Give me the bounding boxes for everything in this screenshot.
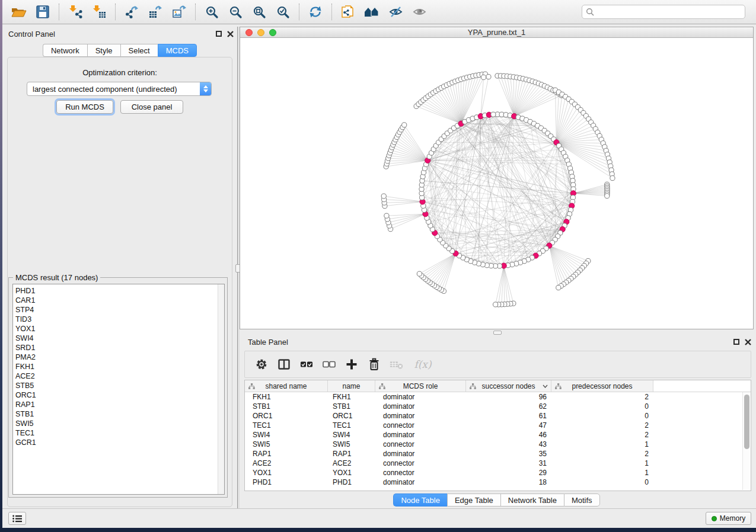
mcds-result-item[interactable]: FKH1 bbox=[13, 362, 224, 371]
mcds-result-item[interactable]: ORC1 bbox=[13, 390, 224, 400]
import-network-button[interactable] bbox=[63, 2, 87, 22]
mcds-result-item[interactable]: PHD1 bbox=[13, 286, 224, 296]
mcds-result-item[interactable]: CAR1 bbox=[13, 296, 224, 305]
tab-network[interactable]: Network bbox=[43, 44, 87, 57]
float-table-panel-icon[interactable] bbox=[733, 339, 739, 345]
table-options-button[interactable] bbox=[254, 357, 269, 371]
mcds-result-item[interactable]: STB5 bbox=[13, 381, 224, 390]
horizontal-splitter-grip[interactable] bbox=[493, 331, 502, 335]
mcds-result-item[interactable]: GCR1 bbox=[13, 438, 224, 447]
minimize-window-icon[interactable] bbox=[257, 29, 264, 36]
mcds-result-item[interactable]: SWI4 bbox=[13, 334, 224, 343]
deselect-all-checkboxes-icon bbox=[322, 357, 336, 371]
zoom-in-button[interactable] bbox=[200, 2, 224, 22]
tab-network-table[interactable]: Network Table bbox=[500, 493, 564, 507]
zoom-selected-icon bbox=[276, 5, 290, 19]
tab-node-table[interactable]: Node Table bbox=[393, 493, 447, 507]
table-row[interactable]: SWI5SWI5connector431 bbox=[245, 440, 751, 449]
trash-icon bbox=[367, 357, 381, 371]
mcds-result-list[interactable]: PHD1CAR1STP4TID3YOX1SWI4SRD1PMA2FKH1ACE2… bbox=[12, 284, 225, 495]
memory-label: Memory bbox=[720, 514, 745, 523]
create-column-button[interactable] bbox=[344, 357, 359, 371]
table-cell: 0 bbox=[551, 478, 653, 486]
table-row[interactable]: PHD1PHD1dominator180 bbox=[245, 477, 751, 487]
tab-style[interactable]: Style bbox=[87, 44, 120, 57]
column-header-name[interactable]: name bbox=[328, 380, 375, 392]
close-window-icon[interactable] bbox=[245, 29, 253, 36]
column-header-mcds-role[interactable]: MCDS role bbox=[375, 380, 466, 392]
export-image-icon bbox=[172, 5, 186, 19]
table-cell: PHD1 bbox=[328, 478, 375, 486]
tab-edge-table[interactable]: Edge Table bbox=[447, 493, 500, 507]
close-table-panel-icon[interactable] bbox=[745, 339, 751, 345]
table-row[interactable]: RAP1RAP1dominator352 bbox=[245, 449, 751, 459]
open-file-button[interactable] bbox=[7, 2, 31, 22]
deselect-all-button[interactable] bbox=[322, 357, 336, 371]
save-session-button[interactable] bbox=[31, 2, 55, 22]
export-network-icon bbox=[125, 5, 139, 19]
zoom-selected-button[interactable] bbox=[271, 2, 295, 22]
show-column-button[interactable] bbox=[277, 357, 291, 371]
hide-selected-button[interactable] bbox=[384, 2, 407, 22]
column-header-shared-name[interactable]: shared name bbox=[245, 380, 328, 392]
table-row[interactable]: FKH1FKH1dominator962 bbox=[245, 392, 751, 402]
zoom-out-button[interactable] bbox=[224, 2, 247, 22]
mcds-result-item[interactable]: PMA2 bbox=[13, 352, 224, 362]
mcds-result-item[interactable]: SRD1 bbox=[13, 343, 224, 352]
hide-eye-slash-icon bbox=[389, 5, 403, 18]
first-neighbors-button[interactable] bbox=[360, 2, 384, 22]
mcds-result-item[interactable]: ACE2 bbox=[13, 371, 224, 381]
import-table-button[interactable] bbox=[87, 2, 111, 22]
run-mcds-button[interactable]: Run MCDS bbox=[56, 100, 113, 114]
mcds-result-item[interactable]: STB1 bbox=[13, 409, 224, 419]
show-all-button[interactable] bbox=[407, 2, 431, 22]
show-log-button[interactable] bbox=[8, 512, 26, 525]
select-all-button[interactable] bbox=[299, 357, 314, 371]
mcds-result-item[interactable]: RAP1 bbox=[13, 400, 224, 409]
mcds-list-scrollbar[interactable] bbox=[218, 284, 224, 494]
criterion-dropdown[interactable]: largest connected component (undirected) bbox=[27, 82, 212, 96]
table-toolbar: f(x) bbox=[244, 351, 751, 378]
export-image-button[interactable] bbox=[167, 2, 191, 22]
delete-column-button[interactable] bbox=[367, 357, 381, 371]
toolbar-separator bbox=[59, 4, 59, 20]
search-box[interactable] bbox=[582, 5, 745, 19]
network-canvas[interactable] bbox=[240, 38, 753, 329]
table-scrollbar-thumb[interactable] bbox=[744, 395, 749, 449]
table-row[interactable]: ACE2ACE2connector311 bbox=[245, 459, 751, 468]
zoom-fit-button[interactable] bbox=[247, 2, 271, 22]
new-network-document-icon bbox=[341, 5, 355, 19]
network-window-titlebar[interactable] bbox=[240, 27, 753, 38]
mcds-result-item[interactable]: TID3 bbox=[13, 315, 224, 324]
table-row[interactable]: YOX1YOX1connector291 bbox=[245, 468, 751, 477]
memory-button[interactable]: Memory bbox=[706, 512, 751, 525]
table-row[interactable]: ORC1ORC1dominator610 bbox=[245, 411, 751, 421]
new-network-from-selection-button[interactable] bbox=[336, 2, 360, 22]
table-row[interactable]: TEC1TEC1connector472 bbox=[245, 421, 751, 430]
table-row[interactable]: STB1STB1dominator620 bbox=[245, 402, 751, 411]
search-input[interactable] bbox=[596, 8, 741, 16]
tab-select[interactable]: Select bbox=[120, 44, 158, 57]
mcds-result-item[interactable]: SWI5 bbox=[13, 419, 224, 428]
column-header-predecessor-nodes[interactable]: predecessor nodes bbox=[551, 380, 653, 392]
gear-icon bbox=[254, 357, 269, 371]
mcds-result-item[interactable]: YOX1 bbox=[13, 324, 224, 334]
mcds-result-item[interactable]: TEC1 bbox=[13, 428, 224, 438]
table-row[interactable]: SWI4SWI4dominator462 bbox=[245, 430, 751, 440]
refresh-icon bbox=[308, 5, 323, 19]
float-panel-icon[interactable] bbox=[216, 31, 222, 37]
mcds-result-item[interactable]: STP4 bbox=[13, 305, 224, 315]
table-cell: 1 bbox=[551, 459, 653, 467]
tab-motifs[interactable]: Motifs bbox=[564, 493, 600, 507]
export-table-button[interactable] bbox=[143, 2, 167, 22]
tab-mcds[interactable]: MCDS bbox=[158, 44, 197, 57]
close-panel-icon[interactable] bbox=[227, 31, 234, 37]
table-scrollbar[interactable] bbox=[742, 392, 750, 490]
table-cell: dominator bbox=[375, 431, 466, 439]
toolbar-separator bbox=[115, 4, 116, 20]
export-network-button[interactable] bbox=[120, 2, 143, 22]
maximize-window-icon[interactable] bbox=[269, 29, 276, 36]
close-panel-button[interactable]: Close panel bbox=[120, 100, 183, 114]
apply-layout-button[interactable] bbox=[304, 2, 327, 22]
column-header-successor-nodes[interactable]: successor nodes bbox=[466, 380, 551, 392]
